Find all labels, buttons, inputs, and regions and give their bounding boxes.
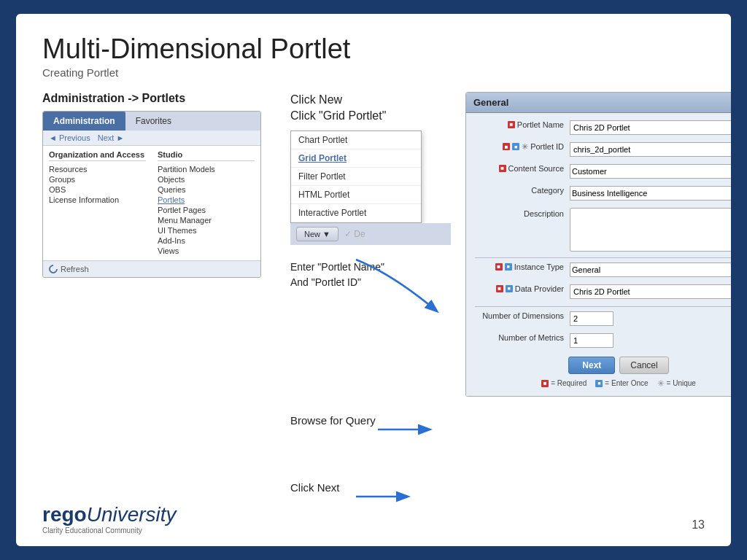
nav-previous[interactable]: ◄ Previous [49,133,90,142]
dropdown-html-portlet[interactable]: HTML Portlet [291,186,421,204]
form-row-description: Description [475,208,731,252]
admin-tab-favorites[interactable]: Favorites [125,112,182,131]
req-icon-portlet-name: ■ [508,121,515,128]
new-button[interactable]: New ▼ [296,227,338,241]
data-provider-label: Data Provider [515,284,564,293]
form-row-num-metrics: Number of Metrics [475,333,731,349]
dropdown-grid-portlet[interactable]: Grid Portlet [291,149,421,168]
dropdown-menu: Chart Portlet Grid Portlet Filter Portle… [290,131,422,223]
admin-item-objects[interactable]: Objects [158,174,255,184]
form-row-content-source: ■ Content Source Customer ▼ [475,164,731,180]
form-row-instance-type: ■ ■ Instance Type General ▼ [475,262,731,279]
legend-unique-text: = Unique [667,379,696,387]
num-dimensions-input[interactable] [570,311,614,326]
num-metrics-label: Number of Metrics [498,333,564,342]
right-section: General ■ Portlet Name Chris 2D Portlet [465,92,731,494]
form-legend: ■ = Required ■ = Enter Once ✳ = Unique [475,378,731,389]
description-label: Description [524,209,564,218]
content-source-value: Customer [572,167,607,176]
admin-item-obs[interactable]: OBS [49,184,146,195]
bar-de-text: ✓ De [344,229,365,239]
category-label-area: Category [475,186,570,195]
description-textarea[interactable] [570,208,731,252]
legend-unique: ✳ = Unique [657,378,696,389]
refresh-label[interactable]: Refresh [61,265,89,273]
form-row-portlet-name: ■ Portlet Name Chris 2D Portlet [475,120,731,136]
page-number: 13 [692,518,705,532]
form-divider-2 [475,306,731,307]
nav-next[interactable]: Next ► [98,133,125,142]
portlet-name-label-area: ■ Portlet Name [475,120,570,129]
dropdown-arrow-icon: ▼ [322,230,330,238]
logo-bold: rego [42,503,87,526]
admin-item-menu-manager[interactable]: Menu Manager [158,215,255,225]
col-studio-header: Studio [158,150,255,161]
req-icon-content-source: ■ [499,165,506,172]
legend-required-text: = Required [551,379,587,387]
admin-item-portlet-pages[interactable]: Portlet Pages [158,205,255,215]
form-row-data-provider: ■ ■ Data Provider Chris 2D Portlet ⊞ ✕ [475,284,731,300]
admin-item-resources[interactable]: Resources [49,164,146,174]
cancel-button[interactable]: Cancel [619,357,668,374]
req-icon-instance-type: ■ [495,263,503,271]
logo-area: regoUniversity Clarity Educational Commu… [42,503,177,534]
middle-section: Click New Click "Grid Portlet" Chart Por… [290,92,451,494]
instruction-browse: Browse for Query [290,414,451,427]
description-label-area: Description [475,208,570,218]
logo-italic: University [87,503,177,526]
portlet-name-value[interactable]: Chris 2D Portlet [570,120,731,135]
instance-type-value: General [572,265,600,274]
once-icon-portlet-id: ■ [512,143,519,150]
legend-enter-once-text: = Enter Once [605,379,648,387]
form-row-category: Category Business Intelligence ▼ [475,186,731,202]
admin-item-ui-themes[interactable]: UI Themes [158,225,255,236]
content-source-select[interactable]: Customer ▼ [570,164,731,179]
admin-panel: Administration Favorites ◄ Previous Next… [42,111,261,278]
instruction-portlet-name: Enter "Portlet Name" And "Portlet ID" [290,260,451,290]
instruction-click-new: Click New Click "Grid Portlet" [290,92,451,125]
admin-item-queries[interactable]: Queries [158,184,255,195]
num-metrics-label-area: Number of Metrics [475,333,570,342]
content-source-label-area: ■ Content Source [475,164,570,173]
admin-footer[interactable]: Refresh [43,260,260,277]
once-icon-instance-type: ■ [505,263,512,271]
category-value: Business Intelligence [572,189,647,198]
instance-type-label-area: ■ ■ Instance Type [475,262,570,271]
admin-col-studio: Studio Partition Models Objects Queries … [152,146,260,260]
refresh-icon [47,262,60,275]
legend-required: ■ = Required [541,378,587,389]
dropdown-filter-portlet[interactable]: Filter Portlet [291,168,421,186]
dropdown-chart-portlet[interactable]: Chart Portlet [291,131,421,149]
next-button[interactable]: Next [568,357,615,374]
instance-type-label: Instance Type [514,262,564,271]
admin-item-views[interactable]: Views [158,246,255,256]
legend-req-icon: ■ [541,380,549,387]
general-panel: General ■ Portlet Name Chris 2D Portlet [465,92,731,397]
admin-item-add-ins[interactable]: Add-Ins [158,236,255,246]
admin-item-license[interactable]: License Information [49,195,146,205]
req-icon-data-provider: ■ [496,285,503,292]
category-select[interactable]: Business Intelligence ▼ [570,186,731,201]
req-icon-portlet-id: ■ [503,143,510,150]
num-metrics-input[interactable] [570,333,614,348]
admin-tab-administration[interactable]: Administration [43,112,125,131]
admin-item-groups[interactable]: Groups [49,174,146,184]
left-section: Administration -> Portlets Administratio… [42,92,276,494]
admin-label: Administration -> Portlets [42,92,276,105]
portlet-id-value[interactable]: chris_2d_portlet [570,142,731,157]
data-provider-input[interactable]: Chris 2D Portlet [570,284,731,299]
dropdown-bar: New ▼ ✓ De [290,223,451,245]
portlet-id-label-area: ■ ■ ✳ Portlet ID [475,142,570,152]
admin-nav: ◄ Previous Next ► [43,131,260,146]
admin-item-portlets[interactable]: Portlets [158,195,255,205]
form-buttons: Next Cancel [475,357,731,374]
dropdown-interactive-portlet[interactable]: Interactive Portlet [291,204,421,222]
content-source-label: Content Source [508,164,564,173]
admin-item-partition[interactable]: Partition Models [158,164,255,174]
once-icon-data-provider: ■ [506,285,513,292]
instance-type-select[interactable]: General ▼ [570,262,731,277]
portlet-name-label: Portlet Name [517,120,564,129]
form-row-num-dimensions: Number of Dimensions [475,311,731,327]
legend-unique-icon: ✳ [657,378,665,389]
slide-title: Multi-Dimensional Portlet [42,34,705,65]
